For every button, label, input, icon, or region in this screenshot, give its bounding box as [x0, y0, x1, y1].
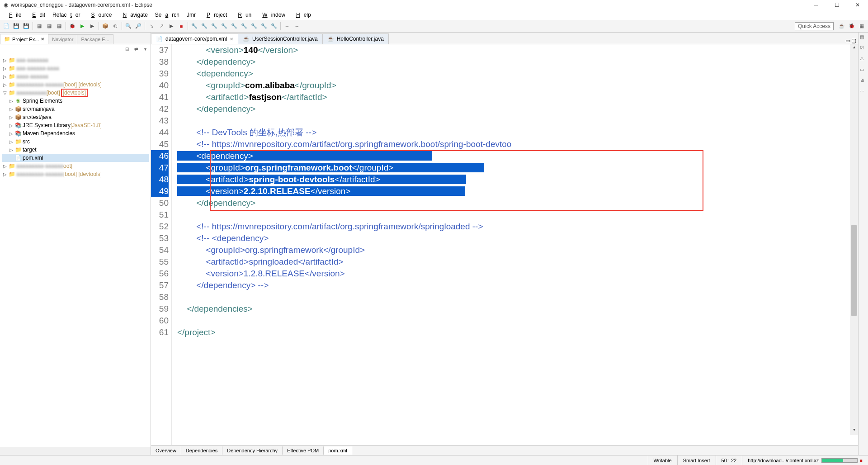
right-trim: ▤ ☑ ⚠ ▭ 🖥 ⋯ [858, 33, 868, 455]
toggle3-icon[interactable]: ▦ [55, 22, 64, 31]
menu-edit[interactable]: Edit [25, 12, 49, 18]
collapse-all-icon[interactable]: ⊟ [123, 46, 131, 53]
left-hscroll[interactable] [0, 447, 151, 455]
quick-access[interactable]: Quick Access [795, 22, 834, 30]
tab-label: HelloController.java [337, 36, 384, 42]
save-icon[interactable]: 💾 [12, 22, 21, 31]
tb-h-icon[interactable]: 🔧 [259, 22, 269, 31]
menu-refactor[interactable]: Refactor [49, 12, 84, 18]
tab-overview[interactable]: Overview [151, 446, 181, 455]
tb-f-icon[interactable]: 🔧 [240, 22, 249, 31]
xml-file-icon: 📄 [156, 36, 163, 42]
tb-i-icon[interactable]: 🔧 [269, 22, 278, 31]
search-icon[interactable]: 🔎 [134, 22, 143, 31]
toggle-icon[interactable]: ▦ [35, 22, 44, 31]
view-menu-icon[interactable]: ▾ [142, 46, 149, 53]
code-editor[interactable]: 373839 404142 434445 46 47 48 49 505152 … [151, 44, 858, 445]
project-explorer-view: 📁 Project Ex... ✕ Navigator Package E...… [0, 33, 151, 455]
project-decorator: [boot] [devtools] [63, 171, 102, 177]
menu-help[interactable]: Help [289, 12, 315, 18]
tb-a-icon[interactable]: 🔧 [190, 22, 199, 31]
project-tree[interactable]: ▷📁aaa-aaaaaaa ▷📁aaa-aaaaaa-aaaa ▷📁aaaa-a… [0, 54, 151, 447]
console-view-icon[interactable]: ▭ [860, 67, 867, 74]
menu-search[interactable]: Search [151, 12, 183, 18]
tb-g-icon[interactable]: 🔧 [250, 22, 259, 31]
tb-b-icon[interactable]: 🔧 [200, 22, 209, 31]
maximize-button[interactable]: ☐ [826, 0, 847, 10]
menu-run[interactable]: Run [231, 12, 255, 18]
step2-icon[interactable]: ↗ [157, 22, 166, 31]
step-icon[interactable]: ↘ [147, 22, 156, 31]
save-all-icon[interactable]: 💾 [22, 22, 31, 31]
tree-src-test-java[interactable]: src/test/java [23, 114, 52, 120]
link-editor-icon[interactable]: ⇄ [132, 46, 140, 53]
tb-e-icon[interactable]: 🔧 [230, 22, 239, 31]
run-last-icon[interactable]: ▶ [88, 22, 97, 31]
minimize-button[interactable]: ─ [806, 0, 826, 10]
menu-window[interactable]: Window [255, 12, 289, 18]
task-view-icon[interactable]: ☑ [860, 45, 867, 52]
problems-view-icon[interactable]: ⚠ [860, 56, 867, 63]
new-package-icon[interactable]: 📦 [101, 22, 110, 31]
status-cursor-position: 50 : 22 [716, 456, 742, 465]
editor-area: 📄 datagovern-core/pom.xml ✕ ☕ UserSessio… [151, 33, 858, 455]
project-decorator: oot] [63, 163, 72, 169]
tree-pom-xml[interactable]: pom.xml [23, 155, 43, 161]
new-class-icon[interactable]: © [111, 22, 120, 31]
minimize-view-icon[interactable]: ▭ [845, 38, 850, 44]
stop-icon[interactable]: ■ [859, 458, 863, 463]
menu-jmr[interactable]: Jmr [183, 12, 199, 18]
menu-source[interactable]: Source [84, 12, 115, 18]
tree-maven-deps[interactable]: Maven Dependencies [23, 130, 75, 137]
resume-icon[interactable]: ▶ [167, 22, 176, 31]
eclipse-icon: ◉ [4, 2, 8, 8]
tab-effective-pom[interactable]: Effective POM [283, 446, 324, 455]
line-number-gutter: 373839 404142 434445 46 47 48 49 505152 … [151, 44, 172, 445]
tree-src[interactable]: src [23, 138, 30, 145]
editor-tab-hello-controller[interactable]: ☕ HelloController.java [322, 33, 389, 44]
servers-view-icon[interactable]: 🖥 [860, 78, 867, 85]
status-bar: Writable Smart Insert 50 : 22 http://dow… [0, 455, 868, 465]
open-type-icon[interactable]: 🔍 [124, 22, 133, 31]
tree-target[interactable]: target [23, 147, 37, 153]
tree-spring-elements[interactable]: Spring Elements [23, 98, 62, 104]
tab-pom-xml[interactable]: pom.xml [324, 446, 352, 455]
new-icon[interactable]: 📄 [2, 22, 11, 31]
tree-jre[interactable]: JRE System Library [23, 122, 71, 128]
devtools-decorator: [devtools] [61, 89, 88, 97]
menu-navigate[interactable]: Navigate [115, 12, 151, 18]
tb-c-icon[interactable]: 🔧 [210, 22, 219, 31]
main-toolbar: 📄 💾 💾 ▦ ▦ ▦ 🐞 ▶ ▶ 📦 © 🔍 🔎 ↘ ↗ ▶ ■ 🔧 🔧 🔧 … [0, 20, 868, 33]
close-icon[interactable]: ✕ [230, 37, 233, 42]
tb-d-icon[interactable]: 🔧 [220, 22, 229, 31]
perspective-debug-icon[interactable]: 🐞 [847, 22, 856, 31]
editor-tab-user-controller[interactable]: ☕ UserSessionController.java [238, 33, 323, 44]
forward-icon[interactable]: → [292, 22, 302, 31]
tab-label: datagovern-core/pom.xml [165, 36, 227, 42]
tab-package-explorer[interactable]: Package E... [77, 34, 113, 44]
menu-project[interactable]: Project [199, 12, 231, 18]
java-file-icon: ☕ [327, 36, 334, 42]
maximize-view-icon[interactable]: ▢ [851, 38, 856, 44]
tab-dependency-hierarchy[interactable]: Dependency Hierarchy [222, 446, 283, 455]
back-icon[interactable]: ← [283, 22, 292, 31]
tab-project-explorer[interactable]: 📁 Project Ex... ✕ [0, 34, 48, 44]
editor-tab-pom[interactable]: 📄 datagovern-core/pom.xml ✕ [151, 33, 238, 44]
status-progress: http://download.../content.xml.xz ■ [742, 456, 868, 465]
close-icon[interactable]: ✕ [41, 37, 44, 42]
toggle2-icon[interactable]: ▦ [45, 22, 54, 31]
editor-vscroll[interactable]: ▴ ▾ [850, 44, 858, 435]
tab-navigator[interactable]: Navigator [48, 34, 77, 44]
terminate-icon[interactable]: ■ [177, 22, 186, 31]
perspective-java-icon[interactable]: ☕ [837, 22, 846, 31]
other-view-icon[interactable]: ⋯ [860, 89, 867, 96]
perspective-other-icon[interactable]: ▦ [857, 22, 866, 31]
run-icon[interactable]: ▶ [78, 22, 87, 31]
debug-icon[interactable]: 🐞 [68, 22, 77, 31]
tab-dependencies[interactable]: Dependencies [181, 446, 222, 455]
close-button[interactable]: ✕ [847, 0, 868, 10]
status-writable: Writable [648, 456, 677, 465]
outline-view-icon[interactable]: ▤ [860, 34, 867, 42]
tree-src-main-java[interactable]: src/main/java [23, 106, 55, 112]
menu-file[interactable]: File [2, 12, 25, 18]
